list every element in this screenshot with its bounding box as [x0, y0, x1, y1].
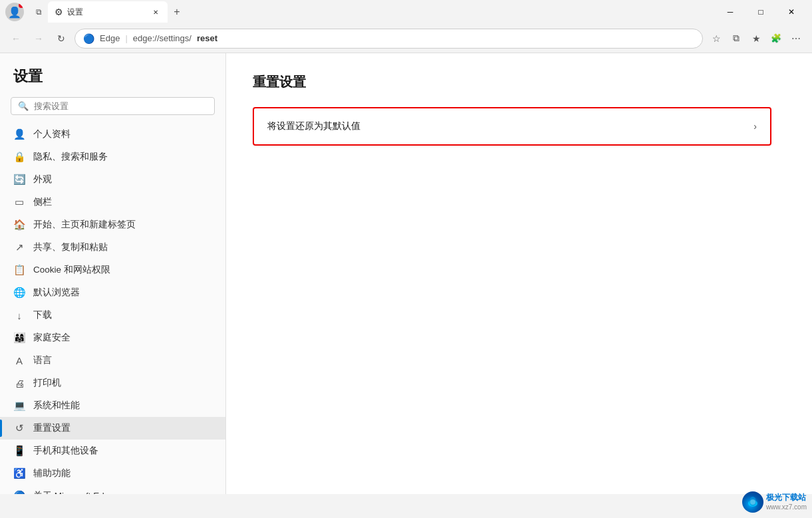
sidebar-icon-share: ↗: [13, 241, 25, 253]
url-brand: Edge: [100, 33, 120, 43]
menu-button[interactable]: ⋯: [787, 29, 805, 48]
url-prefix: edge://settings/: [133, 33, 192, 43]
reset-defaults-arrow: ›: [753, 121, 757, 132]
title-bar: 👤 ⧉ ⚙ 设置 ✕ + ─ □ ✕: [0, 0, 812, 24]
sidebar-item-language[interactable]: A语言: [0, 349, 225, 372]
sidebar-label-sidebar: 侧栏: [33, 196, 52, 208]
sidebar-icon-downloads: ↓: [13, 309, 25, 321]
sidebar-nav: 👤个人资料🔒隐私、搜索和服务🔄外观▭侧栏🏠开始、主页和新建标签页↗共享、复制和粘…: [0, 123, 225, 494]
search-icon: 🔍: [18, 101, 29, 111]
sidebar-title: 设置: [0, 66, 225, 97]
search-input[interactable]: [34, 101, 207, 111]
sidebar-icon-about: 🔵: [13, 490, 25, 494]
tab-favicon: ⚙: [55, 7, 63, 17]
sidebar-item-cookies[interactable]: 📋Cookie 和网站权限: [0, 259, 225, 281]
profile-notification-dot: [19, 3, 24, 8]
watermark: 极光下载站 www.xz7.com: [742, 491, 807, 513]
reset-defaults-label: 将设置还原为其默认值: [267, 120, 360, 132]
sidebar-item-printer[interactable]: 🖨打印机: [0, 372, 225, 394]
sidebar-icon-family: 👨‍👩‍👧: [13, 332, 25, 344]
sidebar-icon-privacy: 🔒: [13, 151, 25, 163]
sidebar-icon-system: 💻: [13, 400, 25, 412]
content-title: 重置设置: [253, 73, 785, 91]
watermark-text: 极光下载站 www.xz7.com: [766, 493, 807, 512]
sidebar-item-about[interactable]: 🔵关于 Microsoft Edge: [0, 485, 225, 494]
watermark-site-name: 极光下载站: [766, 493, 807, 503]
svg-point-2: [750, 499, 755, 505]
window-controls: ─ □ ✕: [715, 1, 807, 23]
active-tab[interactable]: ⚙ 设置 ✕: [48, 1, 168, 23]
favorites-button[interactable]: ☆: [707, 29, 726, 48]
forward-button[interactable]: →: [29, 29, 48, 48]
sidebar-item-privacy[interactable]: 🔒隐私、搜索和服务: [0, 146, 225, 168]
tab-list-button[interactable]: ⧉: [29, 3, 48, 21]
address-bar-actions: ☆ ⧉ ★ 🧩 ⋯: [707, 29, 805, 48]
sidebar-label-system: 系统和性能: [33, 400, 80, 412]
reset-defaults-item[interactable]: 将设置还原为其默认值 ›: [253, 107, 771, 146]
profile-icon[interactable]: 👤: [5, 3, 24, 21]
sidebar-item-browser[interactable]: 🌐默认浏览器: [0, 281, 225, 304]
sidebar-item-profile[interactable]: 👤个人资料: [0, 123, 225, 146]
sidebar-icon-sidebar: ▭: [13, 196, 25, 208]
sidebar-item-appearance[interactable]: 🔄外观: [0, 168, 225, 191]
edge-logo-icon: 🔵: [83, 33, 94, 44]
sidebar-label-cookies: Cookie 和网站权限: [33, 264, 110, 276]
sidebar-icon-mobile: 📱: [13, 445, 25, 457]
new-tab-button[interactable]: +: [168, 3, 186, 21]
back-button[interactable]: ←: [7, 29, 25, 48]
collections-button[interactable]: ★: [747, 29, 765, 48]
sidebar-label-reset: 重置设置: [33, 422, 70, 434]
watermark-url: www.xz7.com: [766, 503, 807, 511]
minimize-button[interactable]: ─: [715, 1, 745, 23]
sidebar-label-language: 语言: [33, 354, 52, 366]
sidebar-label-share: 共享、复制和粘贴: [33, 241, 108, 253]
sidebar-icon-newtab: 🏠: [13, 219, 25, 231]
sidebar-label-downloads: 下载: [33, 309, 52, 321]
sidebar-icon-browser: 🌐: [13, 287, 25, 299]
sidebar-item-system[interactable]: 💻系统和性能: [0, 394, 225, 417]
sidebar-item-newtab[interactable]: 🏠开始、主页和新建标签页: [0, 213, 225, 236]
main-layout: 设置 🔍 👤个人资料🔒隐私、搜索和服务🔄外观▭侧栏🏠开始、主页和新建标签页↗共享…: [0, 53, 812, 494]
maximize-button[interactable]: □: [745, 1, 776, 23]
sidebar-icon-reset: ↺: [13, 422, 25, 434]
sidebar-label-accessibility: 辅助功能: [33, 467, 70, 479]
url-separator: |: [125, 33, 127, 43]
sidebar-label-browser: 默认浏览器: [33, 287, 80, 299]
refresh-button[interactable]: ↻: [52, 29, 70, 48]
sidebar-item-accessibility[interactable]: ♿辅助功能: [0, 462, 225, 485]
sidebar: 设置 🔍 👤个人资料🔒隐私、搜索和服务🔄外观▭侧栏🏠开始、主页和新建标签页↗共享…: [0, 53, 226, 494]
watermark-logo: [742, 491, 763, 513]
sidebar-label-privacy: 隐私、搜索和服务: [33, 151, 108, 163]
sidebar-icon-accessibility: ♿: [13, 467, 25, 479]
sidebar-item-share[interactable]: ↗共享、复制和粘贴: [0, 236, 225, 259]
sidebar-label-family: 家庭安全: [33, 332, 70, 344]
sidebar-icon-appearance: 🔄: [13, 174, 25, 186]
title-bar-left: 👤 ⧉: [5, 3, 48, 21]
sidebar-icon-printer: 🖨: [13, 377, 25, 389]
sidebar-item-mobile[interactable]: 📱手机和其他设备: [0, 440, 225, 462]
tab-title: 设置: [67, 7, 83, 18]
sidebar-icon-language: A: [13, 354, 25, 366]
sidebar-label-about: 关于 Microsoft Edge: [33, 490, 114, 494]
search-box[interactable]: 🔍: [11, 97, 215, 115]
sidebar-item-sidebar[interactable]: ▭侧栏: [0, 191, 225, 213]
content-area: 重置设置 将设置还原为其默认值 ›: [226, 53, 812, 494]
sidebar-icon-cookies: 📋: [13, 264, 25, 276]
split-screen-button[interactable]: ⧉: [727, 29, 745, 48]
sidebar-item-downloads[interactable]: ↓下载: [0, 304, 225, 326]
sidebar-icon-profile: 👤: [13, 128, 25, 140]
close-button[interactable]: ✕: [776, 1, 807, 23]
sidebar-label-mobile: 手机和其他设备: [33, 445, 98, 457]
url-bar[interactable]: 🔵 Edge | edge://settings/reset: [74, 29, 703, 49]
sidebar-label-appearance: 外观: [33, 174, 52, 186]
address-bar: ← → ↻ 🔵 Edge | edge://settings/reset ☆ ⧉…: [0, 24, 812, 53]
url-path: reset: [197, 33, 217, 43]
sidebar-item-family[interactable]: 👨‍👩‍👧家庭安全: [0, 326, 225, 349]
sidebar-label-printer: 打印机: [33, 377, 61, 389]
tab-close-button[interactable]: ✕: [150, 7, 161, 17]
sidebar-label-profile: 个人资料: [33, 128, 70, 140]
sidebar-item-reset[interactable]: ↺重置设置: [0, 417, 225, 440]
sidebar-label-newtab: 开始、主页和新建标签页: [33, 219, 136, 231]
extensions-button[interactable]: 🧩: [767, 29, 785, 48]
